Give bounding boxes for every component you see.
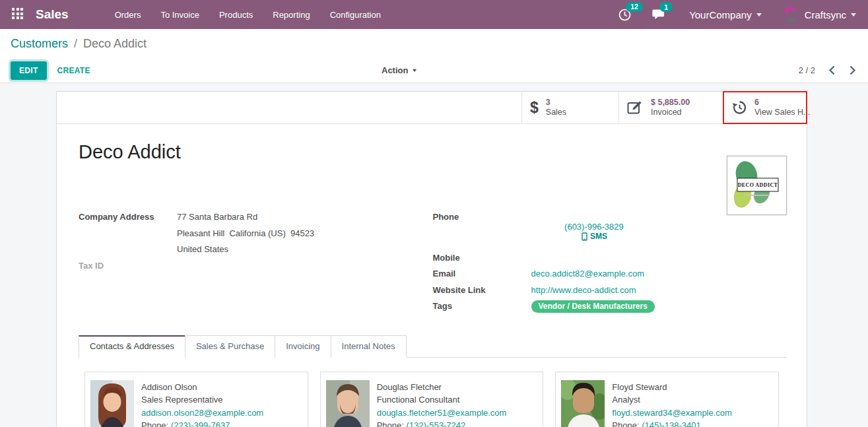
tag-badge: Vendor / Desk Manufacturers (531, 300, 655, 313)
invoiced-label: Invoiced (651, 108, 690, 118)
menu-reporting[interactable]: Reporting (267, 6, 315, 24)
logo-caption: DECO ADDICT (738, 182, 778, 188)
activity-clock-icon[interactable]: 12 (618, 8, 632, 22)
page-title: Deco Addict (79, 141, 787, 163)
message-count-badge: 1 (659, 2, 673, 12)
chevron-down-icon (756, 13, 762, 16)
stat-button-sales[interactable]: $ 3 Sales (521, 92, 618, 123)
pager-count[interactable]: 2 / 2 (799, 65, 815, 75)
phone-label: Phone (433, 212, 531, 222)
sales-history-label: View Sales H... (754, 108, 811, 118)
tab-sales-purchase[interactable]: Sales & Purchase (185, 335, 275, 358)
tab-invoicing[interactable]: Invoicing (275, 335, 331, 358)
email-link[interactable]: deco.addict82@example.com (531, 269, 644, 279)
pager-previous-button[interactable] (827, 64, 836, 77)
contact-role: Functional Consultant (377, 395, 460, 405)
sales-history-count: 6 (754, 98, 811, 108)
email-label: Email (433, 269, 531, 279)
apps-grid-icon[interactable] (12, 8, 25, 21)
chevron-down-icon (851, 13, 856, 16)
pager: 2 / 2 (799, 64, 857, 77)
mobile-phone-icon (582, 232, 587, 241)
avatar (784, 6, 799, 23)
sales-count: 3 (546, 98, 566, 108)
content-area: $ 3 Sales $ 5,885.00 Invoiced (0, 83, 868, 427)
field-group: Company Address 77 Santa Barbara Rd Plea… (79, 212, 787, 317)
tab-contacts-addresses[interactable]: Contacts & Addresses (79, 335, 185, 358)
app-menu: Orders To Invoice Products Reporting Con… (110, 6, 386, 24)
contact-phone-link[interactable]: (145)-138-3401 (642, 420, 701, 427)
sms-button[interactable]: SMS (582, 232, 607, 241)
stat-button-view-sales-history[interactable]: 6 View Sales H... (723, 92, 807, 123)
contact-phone-label: Phone: (141, 420, 168, 427)
chevron-down-icon (413, 69, 417, 72)
invoiced-amount: $ 5,885.00 (651, 98, 690, 108)
company-name: YourCompany (689, 9, 752, 20)
action-dropdown[interactable]: Action (382, 65, 417, 75)
contact-email-link[interactable]: floyd.steward34@example.com (612, 408, 732, 418)
contact-name: Floyd Steward (612, 382, 667, 392)
chevron-left-icon (828, 65, 835, 75)
menu-products[interactable]: Products (214, 6, 258, 24)
user-menu[interactable]: Craftsync (784, 6, 856, 23)
address-city-state-zip: Pleasant Hill California (US) 94523 (177, 228, 314, 238)
pager-next-button[interactable] (848, 64, 857, 77)
contact-phone-label: Phone: (612, 420, 639, 427)
edit-button[interactable]: EDIT (11, 61, 47, 80)
field-column-left: Company Address 77 Santa Barbara Rd Plea… (79, 212, 433, 317)
notebook: Contacts & Addresses Sales & Purchase In… (79, 335, 787, 427)
form-sheet: $ 3 Sales $ 5,885.00 Invoiced (56, 91, 807, 427)
contact-photo (90, 380, 134, 427)
breadcrumb: Customers / Deco Addict (0, 29, 868, 58)
menu-to-invoice[interactable]: To Invoice (155, 6, 205, 24)
contact-phone-link[interactable]: (132)-553-7242 (407, 420, 466, 427)
contact-card-addison[interactable]: Addison Olson Sales Representative addis… (84, 372, 308, 427)
tab-internal-notes[interactable]: Internal Notes (331, 335, 407, 358)
top-nav: Sales Orders To Invoice Products Reporti… (0, 0, 868, 29)
company-address-label: Company Address (79, 212, 177, 222)
edit-pencil-icon (627, 100, 644, 115)
history-icon (732, 100, 747, 115)
tags-label: Tags (433, 301, 531, 311)
tax-id-label: Tax ID (79, 261, 177, 271)
contact-email-link[interactable]: addison.olson28@example.com (141, 408, 263, 418)
stat-button-invoiced[interactable]: $ 5,885.00 Invoiced (618, 92, 723, 123)
phone-link[interactable]: (603)-996-3829 (564, 222, 624, 232)
tab-bar: Contacts & Addresses Sales & Purchase In… (79, 335, 787, 358)
dollar-icon: $ (530, 99, 539, 117)
breadcrumb-separator: / (74, 37, 77, 51)
website-link[interactable]: http://www.deco-addict.com (531, 285, 636, 295)
address-country: United States (177, 244, 228, 254)
website-label: Website Link (433, 285, 531, 295)
contact-card-douglas[interactable]: Douglas Fletcher Functional Consultant d… (320, 372, 544, 427)
activity-count-badge: 12 (626, 2, 643, 12)
messages-icon[interactable]: 1 (651, 8, 667, 21)
contact-card-floyd[interactable]: Floyd Steward Analyst floyd.steward34@ex… (555, 372, 779, 427)
contact-photo (561, 380, 605, 427)
chevron-right-icon (850, 65, 856, 75)
contact-role: Sales Representative (141, 395, 223, 405)
menu-configuration[interactable]: Configuration (325, 6, 386, 24)
menu-orders[interactable]: Orders (110, 6, 147, 24)
create-button[interactable]: CREATE (57, 66, 90, 75)
contact-role: Analyst (612, 395, 640, 405)
contact-phone-label: Phone: (377, 420, 404, 427)
company-switcher[interactable]: YourCompany (689, 9, 762, 20)
breadcrumb-customers-link[interactable]: Customers (11, 37, 68, 51)
stat-button-row: $ 3 Sales $ 5,885.00 Invoiced (57, 92, 807, 124)
contact-name: Addison Olson (141, 382, 197, 392)
sms-label: SMS (590, 232, 607, 241)
sales-label: Sales (546, 108, 566, 118)
contact-email-link[interactable]: douglas.fletcher51@example.com (377, 408, 507, 418)
nav-right: 12 1 YourCompany Craftsync (598, 6, 856, 23)
app-name: Sales (36, 7, 69, 22)
field-column-right: Phone (603)-996-3829 SMS (433, 212, 787, 317)
action-label: Action (382, 65, 408, 75)
tab-pane-contacts: Addison Olson Sales Representative addis… (79, 358, 787, 427)
mobile-label: Mobile (433, 253, 531, 263)
company-logo: DECO ADDICT (727, 156, 787, 215)
user-name: Craftsync (805, 9, 846, 20)
contact-cards: Addison Olson Sales Representative addis… (84, 372, 779, 427)
sheet-body: Deco Addict DECO ADDICT Company Address … (57, 141, 807, 427)
contact-phone-link[interactable]: (223)-399-7637 (171, 420, 230, 427)
